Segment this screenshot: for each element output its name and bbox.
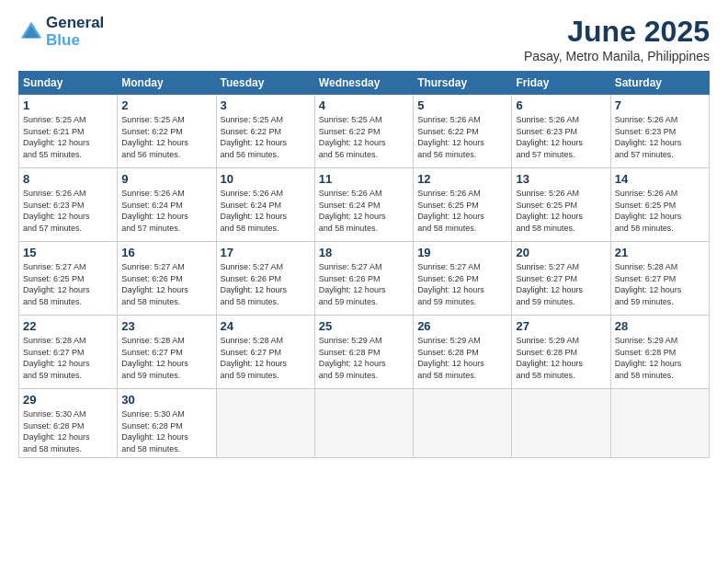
calendar-cell: 3Sunrise: 5:25 AM Sunset: 6:22 PM Daylig… [216, 95, 314, 168]
calendar-cell: 11Sunrise: 5:26 AM Sunset: 6:24 PM Dayli… [314, 168, 413, 242]
calendar-cell: 9Sunrise: 5:26 AM Sunset: 6:24 PM Daylig… [118, 168, 216, 242]
calendar-week-4: 22Sunrise: 5:28 AM Sunset: 6:27 PM Dayli… [19, 316, 710, 389]
logo-text: General Blue [46, 15, 104, 49]
calendar-table: Sunday Monday Tuesday Wednesday Thursday… [18, 71, 710, 458]
calendar-cell [512, 389, 610, 458]
col-wednesday: Wednesday [314, 72, 413, 95]
day-info: Sunrise: 5:28 AM Sunset: 6:27 PM Dayligh… [121, 335, 211, 381]
header-row: Sunday Monday Tuesday Wednesday Thursday… [19, 72, 710, 95]
calendar-week-5: 29Sunrise: 5:30 AM Sunset: 6:28 PM Dayli… [19, 389, 710, 458]
day-number: 22 [23, 319, 113, 333]
page-container: General Blue June 2025 Pasay, Metro Mani… [0, 0, 728, 467]
calendar-cell: 21Sunrise: 5:28 AM Sunset: 6:27 PM Dayli… [610, 242, 709, 316]
day-number: 19 [417, 246, 507, 259]
day-number: 27 [516, 319, 606, 333]
col-friday: Friday [512, 72, 610, 95]
calendar-week-3: 15Sunrise: 5:27 AM Sunset: 6:25 PM Dayli… [19, 242, 710, 316]
calendar-cell: 19Sunrise: 5:27 AM Sunset: 6:26 PM Dayli… [414, 242, 512, 316]
day-info: Sunrise: 5:26 AM Sunset: 6:24 PM Dayligh… [319, 188, 409, 234]
calendar-cell: 29Sunrise: 5:30 AM Sunset: 6:28 PM Dayli… [19, 389, 118, 458]
calendar-cell: 22Sunrise: 5:28 AM Sunset: 6:27 PM Dayli… [19, 316, 118, 389]
calendar-cell: 14Sunrise: 5:26 AM Sunset: 6:25 PM Dayli… [610, 168, 709, 242]
calendar-cell: 28Sunrise: 5:29 AM Sunset: 6:28 PM Dayli… [610, 316, 709, 389]
day-number: 12 [417, 172, 507, 186]
calendar-cell: 27Sunrise: 5:29 AM Sunset: 6:28 PM Dayli… [512, 316, 610, 389]
day-info: Sunrise: 5:26 AM Sunset: 6:25 PM Dayligh… [615, 188, 705, 234]
day-info: Sunrise: 5:26 AM Sunset: 6:23 PM Dayligh… [516, 114, 606, 160]
day-info: Sunrise: 5:27 AM Sunset: 6:25 PM Dayligh… [23, 261, 113, 307]
day-info: Sunrise: 5:28 AM Sunset: 6:27 PM Dayligh… [615, 261, 705, 307]
day-info: Sunrise: 5:26 AM Sunset: 6:23 PM Dayligh… [615, 114, 705, 160]
day-info: Sunrise: 5:27 AM Sunset: 6:26 PM Dayligh… [417, 261, 507, 307]
day-number: 11 [319, 172, 409, 186]
location: Pasay, Metro Manila, Philippines [524, 49, 710, 63]
calendar-cell: 20Sunrise: 5:27 AM Sunset: 6:27 PM Dayli… [512, 242, 610, 316]
day-info: Sunrise: 5:27 AM Sunset: 6:26 PM Dayligh… [221, 261, 311, 307]
day-info: Sunrise: 5:25 AM Sunset: 6:22 PM Dayligh… [221, 114, 311, 160]
day-info: Sunrise: 5:27 AM Sunset: 6:27 PM Dayligh… [516, 261, 606, 307]
day-number: 7 [615, 98, 705, 112]
day-info: Sunrise: 5:30 AM Sunset: 6:28 PM Dayligh… [121, 408, 211, 454]
month-title: June 2025 [524, 15, 710, 49]
day-info: Sunrise: 5:26 AM Sunset: 6:24 PM Dayligh… [221, 188, 311, 234]
col-thursday: Thursday [414, 72, 512, 95]
day-number: 13 [516, 172, 606, 186]
day-number: 6 [516, 98, 606, 112]
calendar-cell: 4Sunrise: 5:25 AM Sunset: 6:22 PM Daylig… [314, 95, 413, 168]
day-number: 14 [615, 172, 705, 186]
col-monday: Monday [118, 72, 216, 95]
calendar-cell: 24Sunrise: 5:28 AM Sunset: 6:27 PM Dayli… [216, 316, 314, 389]
calendar-cell: 26Sunrise: 5:29 AM Sunset: 6:28 PM Dayli… [414, 316, 512, 389]
day-number: 30 [121, 393, 211, 407]
day-info: Sunrise: 5:29 AM Sunset: 6:28 PM Dayligh… [417, 335, 507, 381]
calendar-cell [216, 389, 314, 458]
day-number: 2 [121, 98, 211, 112]
logo-icon [18, 19, 44, 45]
day-info: Sunrise: 5:29 AM Sunset: 6:28 PM Dayligh… [615, 335, 705, 381]
calendar-cell: 16Sunrise: 5:27 AM Sunset: 6:26 PM Dayli… [118, 242, 216, 316]
day-info: Sunrise: 5:27 AM Sunset: 6:26 PM Dayligh… [319, 261, 409, 307]
calendar-cell: 30Sunrise: 5:30 AM Sunset: 6:28 PM Dayli… [118, 389, 216, 458]
day-info: Sunrise: 5:26 AM Sunset: 6:23 PM Dayligh… [23, 188, 113, 234]
day-number: 28 [615, 319, 705, 333]
col-sunday: Sunday [19, 72, 118, 95]
calendar-cell: 17Sunrise: 5:27 AM Sunset: 6:26 PM Dayli… [216, 242, 314, 316]
day-number: 26 [417, 319, 507, 333]
day-number: 29 [23, 393, 113, 407]
calendar-cell: 6Sunrise: 5:26 AM Sunset: 6:23 PM Daylig… [512, 95, 610, 168]
calendar-cell [414, 389, 512, 458]
calendar-cell: 10Sunrise: 5:26 AM Sunset: 6:24 PM Dayli… [216, 168, 314, 242]
day-number: 18 [319, 246, 409, 259]
calendar-cell: 25Sunrise: 5:29 AM Sunset: 6:28 PM Dayli… [314, 316, 413, 389]
day-info: Sunrise: 5:26 AM Sunset: 6:22 PM Dayligh… [417, 114, 507, 160]
col-saturday: Saturday [610, 72, 709, 95]
day-number: 15 [23, 246, 113, 259]
day-number: 20 [516, 246, 606, 259]
day-number: 4 [319, 98, 409, 112]
calendar-cell: 2Sunrise: 5:25 AM Sunset: 6:22 PM Daylig… [118, 95, 216, 168]
calendar-cell: 1Sunrise: 5:25 AM Sunset: 6:21 PM Daylig… [19, 95, 118, 168]
day-info: Sunrise: 5:28 AM Sunset: 6:27 PM Dayligh… [23, 335, 113, 381]
day-number: 24 [221, 319, 311, 333]
calendar-cell: 23Sunrise: 5:28 AM Sunset: 6:27 PM Dayli… [118, 316, 216, 389]
day-number: 25 [319, 319, 409, 333]
title-block: June 2025 Pasay, Metro Manila, Philippin… [524, 15, 710, 63]
calendar-cell: 15Sunrise: 5:27 AM Sunset: 6:25 PM Dayli… [19, 242, 118, 316]
calendar-week-2: 8Sunrise: 5:26 AM Sunset: 6:23 PM Daylig… [19, 168, 710, 242]
day-number: 9 [121, 172, 211, 186]
day-number: 5 [417, 98, 507, 112]
calendar-cell: 13Sunrise: 5:26 AM Sunset: 6:25 PM Dayli… [512, 168, 610, 242]
calendar-cell: 7Sunrise: 5:26 AM Sunset: 6:23 PM Daylig… [610, 95, 709, 168]
day-info: Sunrise: 5:25 AM Sunset: 6:22 PM Dayligh… [319, 114, 409, 160]
calendar-cell: 8Sunrise: 5:26 AM Sunset: 6:23 PM Daylig… [19, 168, 118, 242]
day-info: Sunrise: 5:25 AM Sunset: 6:21 PM Dayligh… [23, 114, 113, 160]
day-number: 23 [121, 319, 211, 333]
col-tuesday: Tuesday [216, 72, 314, 95]
calendar-cell [314, 389, 413, 458]
calendar-week-1: 1Sunrise: 5:25 AM Sunset: 6:21 PM Daylig… [19, 95, 710, 168]
day-number: 1 [23, 98, 113, 112]
day-info: Sunrise: 5:25 AM Sunset: 6:22 PM Dayligh… [121, 114, 211, 160]
day-info: Sunrise: 5:30 AM Sunset: 6:28 PM Dayligh… [23, 408, 113, 454]
day-number: 17 [221, 246, 311, 259]
day-number: 8 [23, 172, 113, 186]
